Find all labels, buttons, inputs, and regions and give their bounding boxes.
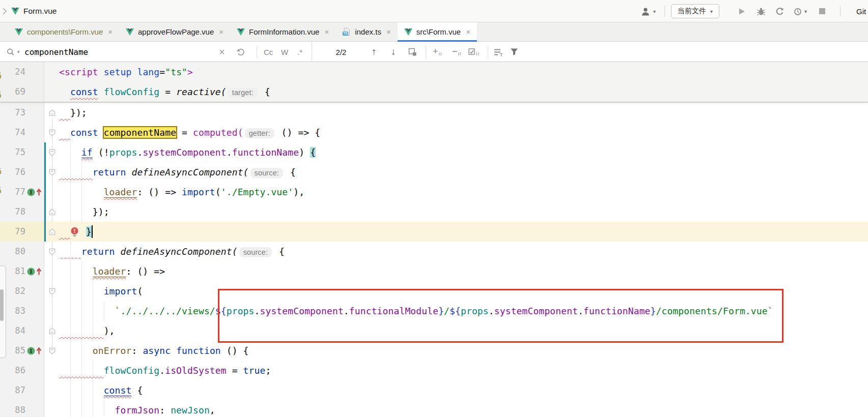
next-occurrence-button[interactable]: ↓ [391,42,396,62]
fold-down-icon[interactable] [48,248,56,255]
code-line-81[interactable]: 81I loader: () => [0,261,868,281]
code-line-74[interactable]: 74 const componentName = computed(getter… [0,123,868,142]
code-token: { [273,246,285,257]
tab-close-icon[interactable]: × [219,27,223,36]
code-line-75[interactable]: 75 if (!props.systemComponent.functionNa… [0,142,868,162]
tab-close-icon[interactable]: × [108,27,113,36]
tab-components-form.vue[interactable]: components\Form.vue× [8,22,119,41]
error-bulb-icon[interactable]: ! [70,227,80,237]
code-line-84[interactable]: 84 ), [0,321,868,341]
code-line-88[interactable]: 88 formJson: newJson, [0,400,868,417]
text-caret [92,225,93,238]
run-button[interactable] [738,0,745,22]
regex-toggle[interactable]: .* [297,42,302,62]
run-configuration-select[interactable]: 当前文件 ▾ [671,4,719,18]
code-line-86[interactable]: 86 flowConfig.isOldSystem = true; [0,361,868,380]
fold-up-icon[interactable] [48,109,56,116]
code-line-78[interactable]: 78 }); [0,202,868,222]
code-token: formJson [115,405,160,415]
code-line-85[interactable]: 85I onError: async function () { [0,341,868,361]
code-line-83[interactable]: 83 `./../../../views/${props.systemCompo… [0,301,868,321]
sticky-lines-panel: 24<script setup lang="ts">69 const flowC… [0,62,868,103]
debug-button[interactable] [757,0,766,22]
code-token [98,67,104,77]
code-line-73[interactable]: 73 }); [0,103,868,123]
filter-funnel-icon[interactable] [510,42,518,62]
code-editor[interactable]: 24<script setup lang="ts">69 const flowC… [0,62,868,417]
intention-icon[interactable]: I [26,346,43,356]
code-token: > [187,67,193,77]
code-token: ${ [450,306,461,316]
code-token: defineAsyncComponent( [131,167,248,177]
line-number: 83 [0,301,25,321]
code-token [59,86,70,97]
line-number: 81 [0,261,25,281]
code-line-87[interactable]: 87 const { [0,380,868,400]
check-occurrences-icon[interactable]: II [468,42,480,62]
svg-text:I: I [30,348,32,354]
code-line-69[interactable]: 69 const flowConfig = reactive(target: { [0,82,868,102]
tab-close-icon[interactable]: × [466,27,470,36]
code-token: / [444,306,450,316]
code-line-80[interactable]: 80 return defineAsyncComponent(source: { [0,242,868,261]
git-menu[interactable]: Git [856,7,866,16]
fold-down-icon[interactable] [48,347,56,354]
fold-down-icon[interactable] [48,168,56,176]
code-token: /components/Form.vue` [656,306,773,316]
code-token [59,167,93,177]
run-with-coverage-button[interactable] [775,0,785,22]
vue-file-icon [15,28,23,36]
fold-up-icon[interactable] [48,228,56,235]
tab-approveflowpage.vue[interactable]: approveFlowPage.vue× [119,22,230,41]
previous-occurrence-button[interactable]: ↑ [372,42,377,62]
fold-down-icon[interactable] [48,148,56,156]
user-menu[interactable]: ▾ [640,0,656,22]
intention-icon[interactable]: I [26,266,43,277]
line-number: 77 [0,182,25,202]
code-token [59,107,70,118]
clear-search-icon[interactable]: × [219,42,225,62]
code-token: = [176,127,193,138]
code-token [59,147,81,158]
code-token: . [344,306,349,316]
chevron-down-icon: ▾ [710,9,713,14]
tab-src-form.vue[interactable]: src\Form.vue× [398,22,477,41]
code-token: reactive( [176,86,227,97]
tab-label: approveFlowPage.vue [138,27,214,36]
margin-digit: 5 [0,186,2,196]
profiler-button[interactable]: ▾ [793,0,807,22]
filter-search-lines-icon[interactable]: T [494,42,504,62]
tab-close-icon[interactable]: × [386,27,391,36]
add-occurrence-icon[interactable]: +II [433,42,442,62]
tab-index.ts[interactable]: TSindex.ts× [335,22,397,41]
search-history-icon[interactable] [236,42,246,62]
tab-close-icon[interactable]: × [324,27,329,36]
code-token [59,385,104,396]
code-line-76[interactable]: 76 return defineAsyncComponent(source: { [0,162,868,182]
code-line-77[interactable]: 77I loader: () => import('./Empty.vue'), [0,182,868,202]
tab-forminformation.vue[interactable]: FormInformation.vue× [230,22,335,41]
chevron-right-icon[interactable] [2,8,7,15]
fold-down-icon[interactable] [48,129,56,136]
remove-occurrence-icon[interactable]: −II [452,42,462,62]
fold-down-icon[interactable] [48,287,56,295]
stop-button[interactable] [819,0,826,22]
code-token [59,345,93,356]
code-token: import [104,286,137,296]
fold-up-icon[interactable] [48,327,56,335]
code-token [115,246,121,257]
code-token: } [438,306,444,316]
code-token: const [104,385,132,396]
words-toggle[interactable]: W [281,42,288,62]
code-line-82[interactable]: 82 import( [0,281,868,301]
code-line-79[interactable]: 79 ! } [0,222,868,242]
search-input[interactable] [23,47,214,57]
fold-up-icon[interactable] [48,208,56,216]
code-token: async [143,345,171,356]
select-all-occurrences-icon[interactable] [408,42,417,62]
search-icon[interactable]: ▾ [6,42,20,62]
code-token: { [285,167,296,177]
code-line-24[interactable]: 24<script setup lang="ts"> [0,62,868,82]
intention-icon[interactable]: I [26,187,43,197]
match-case-toggle[interactable]: Cc [264,42,273,62]
